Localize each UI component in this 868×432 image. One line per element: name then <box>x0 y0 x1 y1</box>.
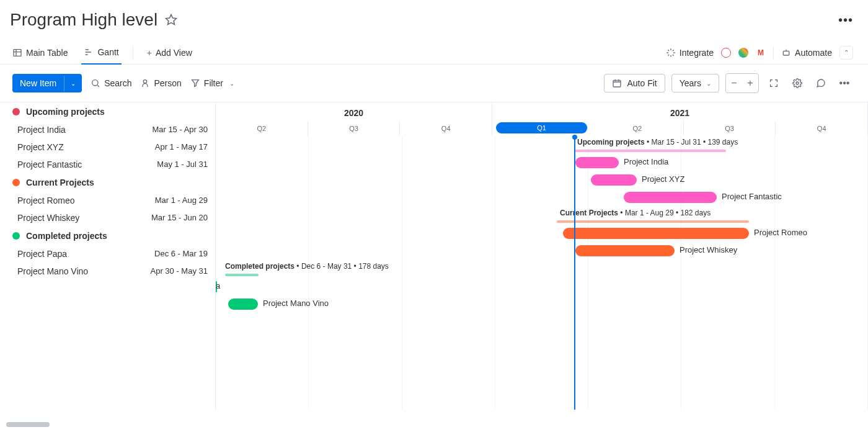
svg-point-4 <box>144 80 147 83</box>
quarter-Q4-6[interactable]: Q4 <box>776 121 868 136</box>
item-dates: May 1 - Jul 31 <box>157 160 208 169</box>
group-name: Upcoming projects <box>26 107 105 117</box>
gantt-task-row: a <box>216 279 868 296</box>
settings-button[interactable] <box>789 74 806 92</box>
zoom-in-button[interactable]: + <box>742 74 758 92</box>
table-icon <box>12 48 22 58</box>
automate-button[interactable]: Automate <box>781 48 832 58</box>
robot-icon <box>781 48 791 58</box>
group-color-dot <box>12 179 20 186</box>
gantt-chart-body[interactable]: Upcoming projects • Mar 15 - Jul 31 • 13… <box>216 136 868 410</box>
group-summary-bar[interactable] <box>557 220 749 223</box>
gantt-task-row: Project Fantastic <box>216 189 868 207</box>
gantt-task-row: Project India <box>216 155 868 172</box>
gear-icon <box>792 78 802 88</box>
item-name: Project Romeo <box>17 196 75 205</box>
task-bar[interactable] <box>575 245 675 256</box>
task-bar[interactable] <box>563 228 749 239</box>
integrate-button[interactable]: Integrate <box>666 48 714 58</box>
quarter-header: Q2Q3Q4Q1Q2Q3Q4 <box>216 121 868 136</box>
star-icon[interactable] <box>165 14 177 26</box>
task-label: a <box>216 281 220 290</box>
task-bar[interactable] <box>624 192 717 203</box>
gantt-task-row: Project Romeo <box>216 225 868 243</box>
collapse-button[interactable]: ⌃ <box>839 46 853 60</box>
timescale-label: Years <box>680 78 701 88</box>
tab-gantt[interactable]: Gantt <box>81 41 121 65</box>
svg-rect-5 <box>613 80 621 87</box>
item-name: Project Papa <box>17 249 67 259</box>
quarter-Q3-5[interactable]: Q3 <box>684 121 776 136</box>
more-icon[interactable]: ••• <box>838 13 853 27</box>
quarter-Q2-0[interactable]: Q2 <box>216 121 308 136</box>
calendar-icon <box>612 78 622 88</box>
table-row[interactable]: Project Mano VinoApr 30 - May 31 <box>0 263 215 280</box>
table-row[interactable]: Project WhiskeyMar 15 - Jun 20 <box>0 209 215 227</box>
tab-main-table[interactable]: Main Table <box>10 42 70 64</box>
quarter-Q1-3[interactable]: Q1 <box>496 122 588 133</box>
zoom-out-button[interactable]: − <box>726 74 742 92</box>
year-2021: 2021 <box>492 102 868 121</box>
table-row[interactable]: Project RomeoMar 1 - Aug 29 <box>0 192 215 209</box>
gantt-group-row: Upcoming projects • Mar 15 - Jul 31 • 13… <box>216 136 868 155</box>
new-item-dropdown[interactable]: ⌄ <box>64 76 82 91</box>
add-view-button[interactable]: + Add View <box>144 42 195 64</box>
integration-app-icon-1[interactable] <box>721 48 731 58</box>
group-header[interactable]: Completed projects <box>0 227 215 245</box>
group-color-dot <box>12 108 20 115</box>
group-summary-bar[interactable] <box>574 150 726 152</box>
more-options-button[interactable]: ••• <box>836 74 853 92</box>
comments-button[interactable] <box>812 74 830 92</box>
person-label: Person <box>154 78 181 88</box>
svg-marker-0 <box>166 15 177 25</box>
quarter-Q2-4[interactable]: Q2 <box>591 121 684 136</box>
expand-icon <box>769 78 779 88</box>
group-header[interactable]: Current Projects <box>0 173 215 192</box>
plus-icon: + <box>147 48 152 58</box>
chevron-up-icon: ⌃ <box>844 49 849 56</box>
item-dates: Mar 1 - Aug 29 <box>155 196 208 205</box>
item-name: Project Mano Vino <box>17 266 88 276</box>
task-bar[interactable] <box>591 174 637 186</box>
task-label: Project India <box>624 157 668 166</box>
integrate-label: Integrate <box>680 48 714 58</box>
filter-button[interactable]: Filter ⌄ <box>190 78 234 88</box>
table-row[interactable]: Project FantasticMay 1 - Jul 31 <box>0 156 215 173</box>
gantt-icon <box>84 47 94 57</box>
task-label: Project XYZ <box>642 174 684 184</box>
integrate-icon <box>666 48 676 58</box>
person-button[interactable]: Person <box>140 78 181 88</box>
group-name: Current Projects <box>26 178 94 187</box>
table-row[interactable]: Project PapaDec 6 - Mar 19 <box>0 245 215 263</box>
item-dates: Apr 30 - May 31 <box>151 266 208 276</box>
gantt-task-row: Project Whiskey <box>216 243 868 260</box>
item-name: Project XYZ <box>17 142 64 152</box>
task-bar[interactable] <box>228 299 258 310</box>
more-icon: ••• <box>839 78 850 89</box>
svg-point-6 <box>796 82 799 84</box>
integration-app-icon-2[interactable] <box>738 48 748 58</box>
gantt-task-row: Project Mano Vino <box>216 296 868 313</box>
svg-rect-1 <box>14 49 21 56</box>
quarter-Q4-2[interactable]: Q4 <box>400 121 492 136</box>
quarter-Q3-1[interactable]: Q3 <box>308 121 401 136</box>
year-header: 2020 2021 <box>216 102 868 121</box>
new-item-button[interactable]: New Item <box>12 74 64 92</box>
group-summary-label: Upcoming projects • Mar 15 - Jul 31 • 13… <box>577 138 738 146</box>
today-marker-dot <box>572 135 577 140</box>
chevron-down-icon: ⌄ <box>229 80 234 87</box>
group-header[interactable]: Upcoming projects <box>0 102 215 121</box>
scrollbar[interactable] <box>6 422 50 427</box>
integration-app-icon-3[interactable]: M <box>756 48 766 58</box>
group-summary-bar[interactable] <box>225 274 259 276</box>
tab-label: Gantt <box>97 47 118 57</box>
comment-icon <box>816 78 826 88</box>
timescale-select[interactable]: Years ⌄ <box>671 74 719 92</box>
task-bar[interactable] <box>575 157 619 168</box>
search-button[interactable]: Search <box>91 78 131 88</box>
table-row[interactable]: Project XYZApr 1 - May 17 <box>0 138 215 156</box>
fullscreen-button[interactable] <box>765 74 782 92</box>
task-label: Project Romeo <box>754 228 807 237</box>
autofit-button[interactable]: Auto Fit <box>604 74 665 92</box>
table-row[interactable]: Project IndiaMar 15 - Apr 30 <box>0 121 215 138</box>
